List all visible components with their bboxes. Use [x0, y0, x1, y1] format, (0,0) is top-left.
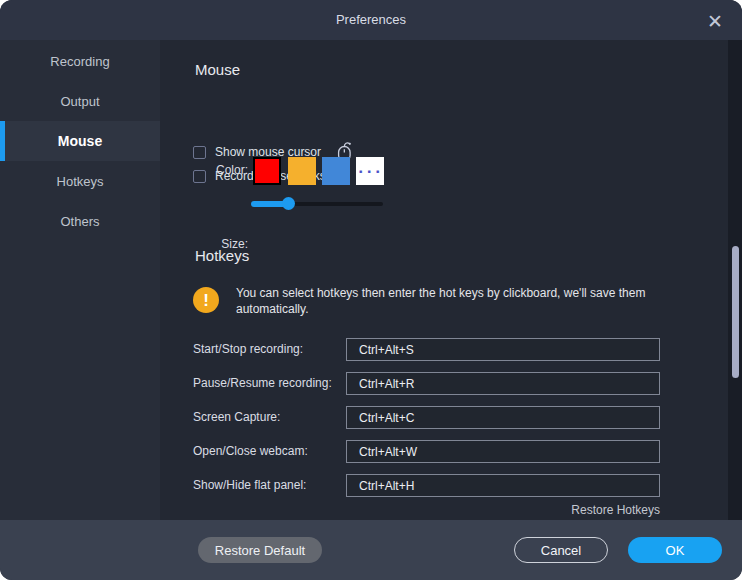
- close-icon[interactable]: ✕: [702, 8, 728, 34]
- hotkey-input-webcam[interactable]: [346, 440, 660, 463]
- sidebar-item-others[interactable]: Others: [0, 201, 160, 241]
- footer-bar: Restore Default Cancel OK: [0, 520, 742, 580]
- color-swatch-blue[interactable]: [322, 157, 350, 185]
- color-label: Color:: [190, 163, 248, 177]
- sidebar-item-mouse[interactable]: Mouse: [0, 121, 160, 161]
- sidebar-item-output[interactable]: Output: [0, 81, 160, 121]
- settings-panel: Mouse Show mouse cursor Record mouse cli…: [160, 40, 742, 520]
- hotkey-label-screen-capture: Screen Capture:: [193, 406, 280, 428]
- dialog-title: Preferences: [0, 0, 742, 40]
- size-slider-track[interactable]: [251, 202, 383, 206]
- scrollbar-thumb[interactable]: [732, 246, 739, 378]
- sidebar-item-hotkeys[interactable]: Hotkeys: [0, 161, 160, 201]
- preferences-dialog: Preferences ✕ Recording Output Mouse Hot…: [0, 0, 742, 580]
- scrollbar-track[interactable]: [728, 40, 742, 520]
- hotkey-input-start-stop[interactable]: [346, 338, 660, 361]
- sidebar-item-label: Mouse: [58, 133, 102, 149]
- sidebar-item-label: Hotkeys: [57, 174, 104, 189]
- warning-icon: !: [193, 287, 219, 313]
- size-slider-thumb[interactable]: [282, 197, 295, 210]
- color-swatch-red[interactable]: [253, 157, 281, 185]
- cancel-button[interactable]: Cancel: [514, 537, 608, 563]
- restore-hotkeys-link[interactable]: Restore Hotkeys: [571, 503, 660, 517]
- hotkeys-section-heading: Hotkeys: [195, 247, 249, 264]
- hotkey-input-flat-panel[interactable]: [346, 474, 660, 497]
- mouse-section-heading: Mouse: [195, 61, 240, 78]
- ok-button[interactable]: OK: [628, 537, 722, 563]
- sidebar-item-label: Recording: [50, 54, 109, 69]
- titlebar: Preferences ✕: [0, 0, 742, 40]
- hotkey-input-pause-resume[interactable]: [346, 372, 660, 395]
- sidebar-item-label: Output: [60, 94, 99, 109]
- selected-accent-bar: [0, 121, 5, 161]
- sidebar: Recording Output Mouse Hotkeys Others: [0, 40, 160, 520]
- sidebar-item-recording[interactable]: Recording: [0, 41, 160, 81]
- hotkey-label-webcam: Open/Close webcam:: [193, 440, 308, 462]
- hotkeys-notice: You can select hotkeys then enter the ho…: [236, 285, 672, 317]
- show-mouse-cursor-checkbox[interactable]: [193, 146, 206, 159]
- color-swatch-orange[interactable]: [288, 157, 316, 185]
- ellipsis-icon: ■ ■ ■: [359, 169, 381, 174]
- hotkey-label-pause-resume: Pause/Resume recording:: [193, 372, 332, 394]
- hotkey-input-screen-capture[interactable]: [346, 406, 660, 429]
- sidebar-item-label: Others: [60, 214, 99, 229]
- hotkey-label-start-stop: Start/Stop recording:: [193, 338, 303, 360]
- hotkey-label-flat-panel: Show/Hide flat panel:: [193, 474, 306, 496]
- restore-default-button[interactable]: Restore Default: [198, 537, 322, 563]
- custom-color-button[interactable]: ■ ■ ■: [356, 157, 384, 185]
